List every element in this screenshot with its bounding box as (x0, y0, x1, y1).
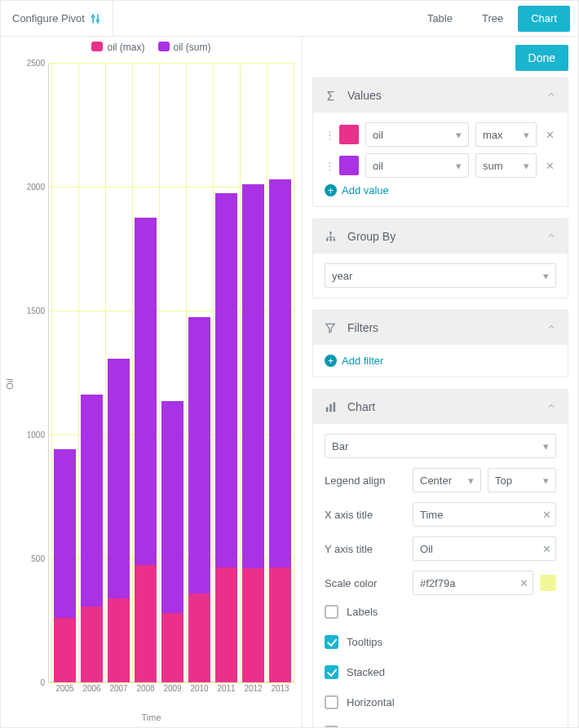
y-axis-title-label: Y axis title (325, 543, 406, 555)
x-tick: 2008 (132, 684, 159, 699)
x-tick: 2005 (51, 684, 78, 699)
tab-table[interactable]: Table (413, 1, 467, 36)
bar[interactable] (186, 63, 213, 682)
svg-rect-7 (334, 239, 336, 241)
chevron-up-icon (546, 230, 556, 243)
tab-tree[interactable]: Tree (467, 1, 518, 36)
done-button[interactable]: Done (515, 45, 568, 71)
topbar: Configure Pivot Table Tree Chart (1, 1, 578, 37)
svg-rect-11 (334, 402, 336, 412)
legend-item-max: oil (max) (91, 42, 144, 53)
section-groupby: Group By year▾ (312, 218, 568, 298)
y-tick: 2000 (22, 183, 45, 192)
legend-item-sum: oil (sum) (158, 42, 211, 53)
scale-color-input[interactable] (413, 571, 533, 595)
groupby-field-select[interactable]: year▾ (325, 263, 556, 288)
clear-icon[interactable]: ✕ (542, 543, 551, 555)
section-chart-header[interactable]: Chart (313, 390, 568, 424)
checkbox-box (325, 635, 338, 649)
checkbox-horizontal[interactable]: Horizontal (325, 695, 556, 709)
svg-rect-10 (329, 404, 332, 411)
legend-swatch-pink (91, 42, 103, 51)
checkbox-box (325, 665, 338, 679)
remove-value-icon[interactable]: ✕ (543, 129, 556, 141)
value-agg-select[interactable]: sum▾ (475, 153, 537, 178)
value-agg-select[interactable]: max▾ (475, 122, 537, 147)
clear-icon[interactable]: ✕ (519, 577, 528, 589)
bar[interactable] (78, 63, 105, 682)
bar[interactable] (267, 63, 294, 682)
checkbox-stacked[interactable]: Stacked (325, 665, 556, 679)
checkbox-log[interactable]: Logarithmic scale (325, 726, 556, 727)
svg-rect-9 (326, 407, 329, 412)
y-tick: 1500 (22, 307, 45, 315)
section-filters-header[interactable]: Filters (313, 311, 568, 345)
checkbox-box (325, 605, 338, 619)
configure-pivot-text: Configure Pivot (12, 12, 85, 24)
section-filters-title: Filters (347, 321, 378, 334)
x-tick: 2007 (105, 684, 132, 699)
x-tick: 2010 (186, 684, 213, 699)
bar[interactable] (105, 63, 132, 682)
svg-rect-5 (326, 239, 329, 241)
value-row: ⋮⋮oil▾sum▾✕ (325, 153, 556, 178)
chevron-up-icon (546, 89, 556, 102)
svg-point-2 (92, 15, 95, 18)
bar[interactable] (51, 63, 78, 682)
remove-value-icon[interactable]: ✕ (543, 160, 556, 172)
svg-point-3 (96, 19, 99, 21)
drag-handle-icon[interactable]: ⋮⋮ (325, 129, 333, 141)
plus-icon: + (325, 184, 337, 196)
bar[interactable] (240, 63, 267, 682)
value-row: ⋮⋮oil▾max▾✕ (325, 122, 556, 147)
y-tick: 1000 (22, 430, 45, 439)
value-field-select[interactable]: oil▾ (365, 122, 469, 147)
value-color-chip[interactable] (339, 156, 359, 175)
x-tick: 2009 (159, 684, 186, 699)
configure-pivot-label: Configure Pivot (1, 1, 113, 36)
legend-align-label: Legend align (325, 474, 406, 487)
section-values-title: Values (347, 89, 382, 102)
section-groupby-title: Group By (347, 230, 396, 243)
svg-marker-8 (326, 324, 335, 333)
value-color-chip[interactable] (339, 125, 359, 144)
scale-color-swatch[interactable] (540, 575, 556, 591)
scale-color-label: Scale color (325, 577, 406, 589)
bar[interactable] (159, 63, 186, 682)
x-axis-label: Time (1, 710, 302, 727)
x-axis-title-input-wrap: ✕ (413, 502, 556, 527)
value-field-select[interactable]: oil▾ (365, 153, 469, 178)
legend-align-v-select[interactable]: Top▾ (488, 468, 556, 492)
x-tick: 2006 (78, 684, 105, 699)
clear-icon[interactable]: ✕ (542, 509, 551, 521)
chevron-up-icon (546, 400, 556, 413)
checkbox-box (325, 726, 338, 727)
bars-container (51, 63, 294, 682)
drag-handle-icon[interactable]: ⋮⋮ (325, 160, 333, 172)
y-tick: 0 (22, 678, 45, 687)
plus-icon: + (325, 355, 337, 367)
tab-chart[interactable]: Chart (518, 6, 570, 32)
hierarchy-icon (325, 231, 339, 243)
section-chart-title: Chart (347, 400, 375, 413)
legend-align-h-select[interactable]: Center▾ (413, 468, 481, 492)
bar[interactable] (132, 63, 159, 682)
x-axis-title-input[interactable] (413, 502, 556, 527)
checkbox-labels[interactable]: Labels (325, 605, 556, 619)
section-values-header[interactable]: Values (313, 78, 568, 113)
checkbox-tooltips[interactable]: Tooltips (325, 635, 556, 649)
chart-legend: oil (max) oil (sum) (1, 37, 302, 58)
chart-type-select[interactable]: Bar▾ (325, 434, 556, 458)
bar[interactable] (213, 63, 240, 682)
caret-down-icon: ▾ (543, 440, 549, 452)
legend-swatch-purple (158, 42, 170, 51)
add-value-button[interactable]: +Add value (325, 184, 556, 196)
chart-area: Oil 050010001500200025002005200620072008… (1, 58, 302, 710)
svg-rect-4 (329, 232, 332, 234)
y-axis-title-input[interactable] (413, 536, 556, 561)
settings-sliders-icon[interactable] (90, 13, 101, 24)
x-tick: 2011 (213, 684, 240, 699)
x-tick: 2013 (267, 684, 294, 699)
add-filter-button[interactable]: + Add filter (325, 355, 556, 367)
section-groupby-header[interactable]: Group By (313, 219, 568, 254)
